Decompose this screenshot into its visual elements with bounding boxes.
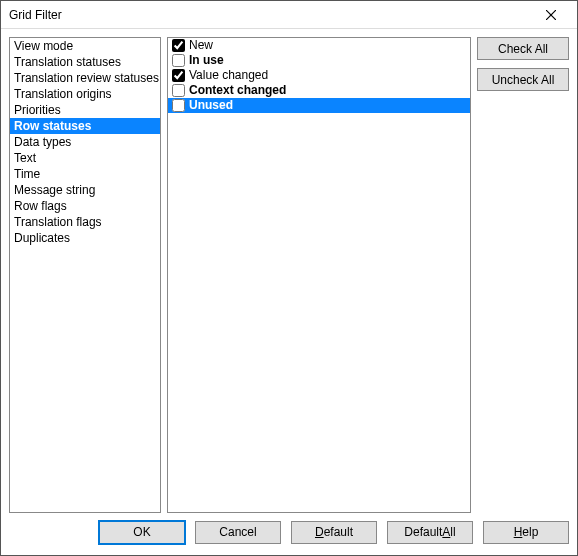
cancel-button[interactable]: Cancel [195, 521, 281, 544]
category-item[interactable]: Translation statuses [10, 54, 160, 70]
option-checkbox[interactable] [172, 54, 185, 67]
option-label: Unused [189, 99, 233, 112]
close-button[interactable] [531, 3, 571, 27]
option-row[interactable]: In use [168, 53, 470, 68]
option-row[interactable]: Value changed [168, 68, 470, 83]
button-bar: OK Cancel Default Default All Help [1, 517, 577, 555]
category-list[interactable]: View modeTranslation statusesTranslation… [9, 37, 161, 513]
category-item[interactable]: Row statuses [10, 118, 160, 134]
option-list[interactable]: NewIn useValue changedContext changedUnu… [167, 37, 471, 513]
category-item[interactable]: View mode [10, 38, 160, 54]
dialog-window: Grid Filter View modeTranslation statuse… [0, 0, 578, 556]
option-checkbox[interactable] [172, 99, 185, 112]
side-button-group: Check All Uncheck All [477, 37, 569, 513]
option-checkbox[interactable] [172, 39, 185, 52]
category-item[interactable]: Message string [10, 182, 160, 198]
category-item[interactable]: Priorities [10, 102, 160, 118]
category-item[interactable]: Time [10, 166, 160, 182]
content-area: View modeTranslation statusesTranslation… [1, 29, 577, 517]
category-item[interactable]: Data types [10, 134, 160, 150]
category-item[interactable]: Translation origins [10, 86, 160, 102]
ok-button[interactable]: OK [99, 521, 185, 544]
option-label: In use [189, 54, 224, 67]
option-checkbox[interactable] [172, 69, 185, 82]
close-icon [546, 10, 556, 20]
dialog-title: Grid Filter [9, 8, 531, 22]
option-row[interactable]: Unused [168, 98, 470, 113]
option-row[interactable]: New [168, 38, 470, 53]
category-item[interactable]: Text [10, 150, 160, 166]
category-item[interactable]: Row flags [10, 198, 160, 214]
help-button[interactable]: Help [483, 521, 569, 544]
category-item[interactable]: Translation review statuses [10, 70, 160, 86]
category-item[interactable]: Duplicates [10, 230, 160, 246]
option-row[interactable]: Context changed [168, 83, 470, 98]
check-all-button[interactable]: Check All [477, 37, 569, 60]
titlebar: Grid Filter [1, 1, 577, 29]
category-item[interactable]: Translation flags [10, 214, 160, 230]
option-label: Value changed [189, 69, 268, 82]
default-all-button[interactable]: Default All [387, 521, 473, 544]
option-label: Context changed [189, 84, 286, 97]
option-checkbox[interactable] [172, 84, 185, 97]
uncheck-all-button[interactable]: Uncheck All [477, 68, 569, 91]
option-label: New [189, 39, 213, 52]
default-button[interactable]: Default [291, 521, 377, 544]
